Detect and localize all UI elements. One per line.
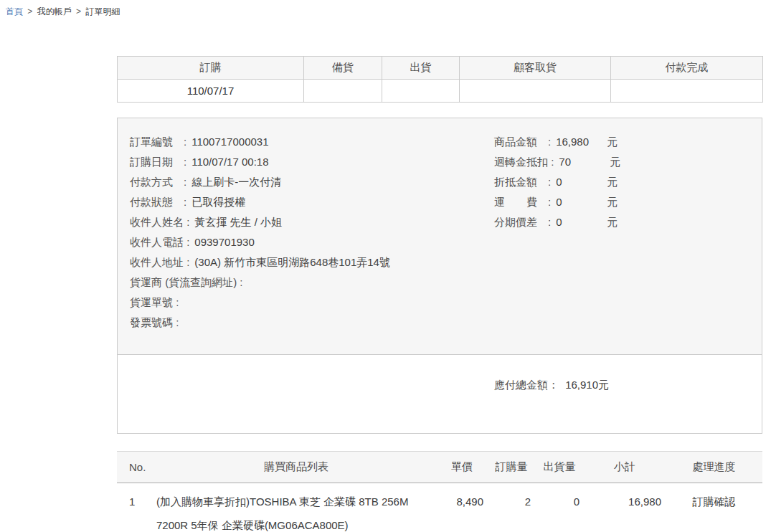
item-order-qty: 2	[488, 483, 535, 532]
status-ordered-date: 110/07/17	[118, 80, 304, 103]
recipient-name-row: 收件人姓名 : 黃玄揮 先生 / 小姐	[130, 212, 492, 232]
discount-amount-row: 折抵金額 : 0 元	[494, 172, 620, 192]
recipient-phone-row: 收件人電話 : 0939701930	[130, 232, 492, 252]
shipping-fee-row: 運 費 : 0 元	[494, 192, 620, 212]
item-ship-qty: 0	[535, 483, 584, 532]
payment-status-row: 付款狀態 : 已取得授權	[130, 192, 492, 212]
item-status: 訂購確認	[666, 483, 762, 532]
recipient-address-value: (30A) 新竹市東區明湖路648巷101弄14號	[194, 252, 390, 272]
recipient-name-value: 黃玄揮 先生 / 小姐	[194, 212, 282, 232]
payment-method-value: 線上刷卡-一次付清	[191, 172, 281, 192]
order-info-left-column: 訂單編號 : 1100717000031 訂購日期 : 110/07/17 00…	[130, 132, 492, 333]
order-info-box: 訂單編號 : 1100717000031 訂購日期 : 110/07/17 00…	[117, 118, 762, 434]
status-header-row: 訂購 備貨 出貨 顧客取貨 付款完成	[118, 57, 763, 80]
product-amount-value: 16,980	[556, 132, 602, 152]
product-amount-row: 商品金額 : 16,980 元	[494, 132, 620, 152]
installment-diff-label: 分期價差 :	[494, 212, 551, 232]
order-info-section: 訂單編號 : 1100717000031 訂購日期 : 110/07/17 00…	[118, 118, 762, 355]
order-date-row: 訂購日期 : 110/07/17 00:18	[130, 152, 492, 172]
discount-amount-value: 0	[556, 172, 602, 192]
recipient-address-label: 收件人地址 :	[130, 252, 189, 272]
status-payment-complete-date	[611, 80, 763, 103]
payable-total-label: 應付總金額：	[494, 379, 559, 391]
status-col-ordered: 訂購	[118, 57, 304, 80]
breadcrumb-my-account-link[interactable]: 我的帳戶	[37, 6, 72, 16]
shipping-fee-label: 運 費 :	[494, 192, 551, 212]
items-col-product-list: 購買商品列表	[156, 452, 436, 483]
invoice-number-row: 發票號碼 :	[130, 313, 492, 333]
order-date-value: 110/07/17 00:18	[191, 152, 268, 172]
payable-total-value: 16,910元	[565, 379, 609, 391]
product-amount-unit: 元	[607, 132, 618, 152]
item-product-name: (加入購物車享折扣)TOSHIBA 東芝 企業碟 8TB 256M 7200R …	[156, 483, 436, 532]
order-date-label: 訂購日期 :	[130, 152, 186, 172]
order-number-row: 訂單編號 : 1100717000031	[130, 132, 492, 152]
tracking-number-label: 貨運單號 :	[130, 293, 179, 313]
payable-total-section: 應付總金額： 16,910元	[118, 355, 762, 433]
payment-status-label: 付款狀態 :	[130, 192, 186, 212]
carrier-label: 貨運商 (貨流查詢網址) :	[130, 272, 243, 293]
breadcrumb-home-link[interactable]: 首頁	[6, 6, 23, 16]
payment-method-row: 付款方式 : 線上刷卡-一次付清	[130, 172, 492, 192]
status-col-payment-complete: 付款完成	[611, 57, 763, 80]
item-subtotal: 16,980	[584, 483, 666, 532]
breadcrumb: 首頁 > 我的帳戶 > 訂單明細	[0, 0, 771, 16]
installment-diff-row: 分期價差 : 0 元	[494, 212, 620, 232]
rebate-deduction-value: 70	[559, 152, 605, 172]
installment-diff-unit: 元	[607, 212, 618, 232]
discount-amount-unit: 元	[607, 172, 618, 192]
breadcrumb-separator: >	[76, 6, 81, 16]
order-amounts-column: 商品金額 : 16,980 元 迴轉金抵扣 : 70 元 折抵金額 : 0 元	[494, 132, 620, 232]
order-status-table: 訂購 備貨 出貨 顧客取貨 付款完成 110/07/17	[117, 56, 763, 103]
main-content: 訂購 備貨 出貨 顧客取貨 付款完成 110/07/17	[117, 56, 762, 532]
items-col-order-qty: 訂購量	[488, 452, 535, 483]
status-preparing-date	[304, 80, 382, 103]
rebate-deduction-unit: 元	[610, 152, 620, 172]
discount-amount-label: 折抵金額 :	[494, 172, 551, 192]
items-col-ship-qty: 出貨量	[535, 452, 584, 483]
items-col-no: No.	[117, 452, 156, 483]
status-value-row: 110/07/17	[118, 80, 763, 103]
items-header-row: No. 購買商品列表 單價 訂購量 出貨量 小計 處理進度	[117, 452, 762, 483]
tracking-number-row: 貨運單號 :	[130, 293, 492, 313]
items-col-subtotal: 小計	[584, 452, 666, 483]
shipping-fee-value: 0	[556, 192, 602, 212]
order-number-label: 訂單編號 :	[130, 132, 186, 152]
invoice-number-label: 發票號碼 :	[130, 313, 179, 333]
status-shipped-date	[382, 80, 460, 103]
recipient-address-row: 收件人地址 : (30A) 新竹市東區明湖路648巷101弄14號	[130, 252, 492, 272]
status-col-customer-pickup: 顧客取貨	[460, 57, 611, 80]
breadcrumb-separator: >	[27, 6, 32, 16]
payment-method-label: 付款方式 :	[130, 172, 186, 192]
item-no: 1	[117, 483, 156, 532]
shipping-fee-unit: 元	[607, 192, 618, 212]
items-col-unit-price: 單價	[436, 452, 488, 483]
recipient-phone-label: 收件人電話 :	[130, 232, 189, 252]
recipient-name-label: 收件人姓名 :	[130, 212, 189, 232]
item-unit-price: 8,490	[436, 483, 488, 532]
status-col-shipped: 出貨	[382, 57, 460, 80]
order-items-table: No. 購買商品列表 單價 訂購量 出貨量 小計 處理進度 1 (加入購物車享折…	[117, 451, 762, 532]
items-col-process-status: 處理進度	[666, 452, 762, 483]
status-col-preparing: 備貨	[304, 57, 382, 80]
order-number-value: 1100717000031	[191, 132, 268, 152]
payment-status-value: 已取得授權	[191, 192, 245, 212]
product-amount-label: 商品金額 :	[494, 132, 551, 152]
carrier-row: 貨運商 (貨流查詢網址) :	[130, 272, 492, 293]
rebate-deduction-label: 迴轉金抵扣 :	[494, 152, 554, 172]
rebate-deduction-row: 迴轉金抵扣 : 70 元	[494, 152, 620, 172]
recipient-phone-value: 0939701930	[194, 232, 254, 252]
installment-diff-value: 0	[556, 212, 602, 232]
breadcrumb-current-page: 訂單明細	[85, 6, 120, 16]
order-detail-page: 首頁 > 我的帳戶 > 訂單明細 訂購 備貨 出貨 顧客取貨 付款完成	[0, 0, 771, 532]
order-item-row: 1 (加入購物車享折扣)TOSHIBA 東芝 企業碟 8TB 256M 7200…	[117, 483, 762, 532]
status-customer-pickup-date	[460, 80, 611, 103]
